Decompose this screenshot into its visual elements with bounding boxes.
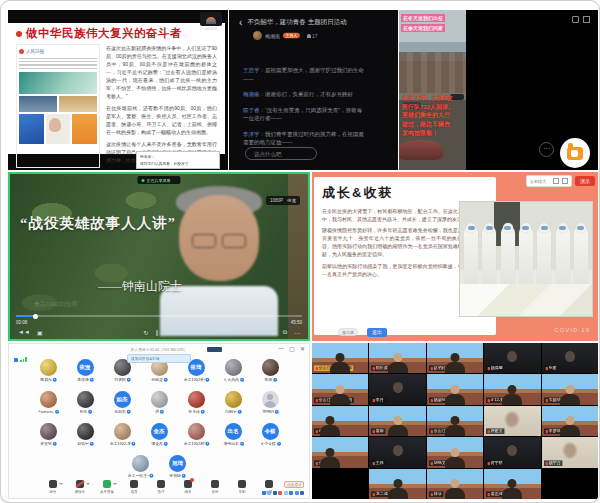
speed-label[interactable]: 倍速 — [287, 198, 296, 203]
toolbar-button[interactable]: 共享屏幕 — [97, 480, 117, 495]
back-icon[interactable]: ‹ — [239, 19, 242, 27]
message-popup-line: 请同学们认真观看，积极发言 — [140, 161, 197, 166]
participant[interactable]: 依漫 李依漫 — [69, 359, 102, 383]
toolbar-button[interactable]: 录制 — [232, 480, 252, 495]
participant[interactable]: 人大燕燕 — [217, 359, 250, 383]
street-video-frame[interactable]: 在冬天送我们出征在春天迎我们回家 今天下午，天津7支医疗队732人回津。英雄们乘… — [399, 10, 466, 170]
video-tile[interactable]: 郭松涛 — [369, 343, 425, 373]
view-mode-pill[interactable]: 旁观模式 — [526, 175, 572, 187]
participant[interactable]: 魏晨光 — [32, 359, 65, 383]
comment-input[interactable]: 说点什么吧 — [245, 147, 317, 160]
comment-author[interactable]: 王浩宇 — [243, 67, 260, 73]
video-tile[interactable]: 赵明轩 — [427, 343, 483, 373]
toolbar-button[interactable]: 聊天 — [178, 480, 198, 495]
pause-icon[interactable]: ∥ — [155, 329, 158, 336]
video-tile[interactable]: 佘山江刘琳-信号弱 — [312, 374, 368, 404]
participant[interactable]: 金杰 谭金杰 — [143, 423, 176, 447]
avatar — [188, 391, 205, 408]
toolbar-icon — [103, 480, 111, 488]
mic-icon — [276, 441, 280, 445]
participant[interactable]: 佘工1902谢雨欣 — [180, 423, 213, 447]
participant[interactable]: 宋亚轩 — [32, 423, 65, 447]
video-tile[interactable]: 佘欢 — [312, 437, 368, 467]
participant[interactable]: Farmers. — [32, 391, 65, 415]
close-button[interactable]: ✕ — [300, 345, 305, 352]
participant[interactable]: 闫航宇 — [217, 391, 250, 415]
video-tile[interactable]: 04-王艺彤 — [312, 406, 368, 436]
annotate-icon[interactable]: ✎ — [271, 329, 276, 336]
toolbar-button[interactable]: 设置 — [205, 480, 225, 495]
video-tile[interactable]: 霍磊 — [369, 406, 425, 436]
video-tile[interactable]: 张雅 — [542, 343, 598, 373]
maximize-button[interactable]: ▢ — [289, 345, 295, 352]
video-tile[interactable]: 李丹 — [369, 374, 425, 404]
participant[interactable]: 旭琦 张旭琦 — [161, 455, 194, 479]
participant[interactable]: 陈烨 — [254, 359, 287, 383]
participant[interactable]: 张乐迪 — [180, 391, 213, 415]
video-tile[interactable]: 杨晨曦 — [484, 343, 540, 373]
fullscreen-icon[interactable] — [583, 16, 590, 23]
video-tile[interactable]: 朱丽华 — [542, 374, 598, 404]
toolbar-button[interactable]: 成员 — [124, 480, 144, 495]
toolbar-button[interactable]: 管理 — [151, 480, 171, 495]
participant[interactable]: 如杰 佘如杰 — [106, 391, 139, 415]
comment-author[interactable]: 李泽宇 — [243, 131, 260, 137]
participant-name: 李依漫 — [77, 377, 89, 382]
toolbar-button[interactable]: 摄像头 — [70, 480, 90, 495]
print-icon[interactable] — [553, 178, 559, 184]
video-tile[interactable]: 杨紫怡 — [427, 374, 483, 404]
laser-pointer-button[interactable]: 激光笔 — [338, 328, 358, 336]
participant[interactable]: 甜 — [143, 391, 176, 415]
titlebar-widget[interactable] — [207, 347, 222, 352]
rewind-icon[interactable]: ◄◄ — [18, 329, 30, 336]
tile-name-label: 张雅 — [544, 366, 558, 372]
video-tile[interactable]: 王梓 — [369, 437, 425, 467]
participant[interactable]: 周明玥 — [254, 391, 287, 415]
participant[interactable]: 令横 大小令横 — [254, 423, 287, 447]
fullscreen-icon[interactable]: ⤢ — [165, 329, 170, 336]
video-tile[interactable] — [542, 469, 598, 499]
video-tile[interactable]: 佘山江1904刘力 — [427, 406, 483, 436]
comment-author[interactable]: 梅湘南 — [243, 91, 260, 97]
video-tile[interactable]: 龙二强 — [369, 469, 425, 499]
like-button[interactable] — [560, 138, 590, 168]
video-tile[interactable]: 4·12-刘明成 — [484, 374, 540, 404]
video-tile[interactable]: 李梦琪 — [542, 406, 598, 436]
video-tile[interactable]: 胡艳文 — [427, 437, 483, 467]
progress-bar[interactable] — [16, 315, 302, 317]
participant[interactable]: 吕彤 — [69, 391, 102, 415]
quality-label[interactable]: 1080P — [270, 198, 283, 203]
minimize-button[interactable]: — — [278, 345, 284, 352]
mic-icon — [200, 409, 204, 413]
video-tile[interactable]: 蒋宇祺 — [484, 437, 540, 467]
present-button[interactable]: 演示 — [575, 176, 595, 186]
more-button[interactable]: ⋯ — [539, 142, 554, 157]
presenter-webcam[interactable]: ●梅湘南 — [199, 12, 223, 32]
close-icon[interactable] — [562, 178, 568, 184]
snapshot-icon[interactable]: ⧉ — [283, 329, 287, 336]
participant[interactable]: 出名 湖南出名 — [217, 423, 250, 447]
participant[interactable]: 佘工1902-李晓曦 — [106, 423, 139, 447]
participant[interactable]: 佘工一班王一凡 — [124, 455, 157, 479]
quality-overlay[interactable]: 1080P 倍速 — [266, 196, 300, 205]
video-tile[interactable]: 林菲 — [427, 469, 483, 499]
more-icon[interactable]: ⋯ — [294, 329, 300, 336]
screen-share-pill: 正在共享屏幕 — [138, 176, 181, 184]
participant[interactable]: 赵铭宇 — [69, 423, 102, 447]
video-tile[interactable]: 霍志强 — [484, 469, 540, 499]
cast-icon[interactable] — [572, 16, 579, 23]
taskbar-icons[interactable] — [262, 491, 305, 495]
exit-button[interactable]: 退出 — [367, 328, 387, 337]
tile-name-label: 杨紫怡 — [429, 397, 447, 403]
video-tile[interactable] — [312, 469, 368, 499]
comment-author[interactable]: 陈子睿 — [243, 107, 260, 113]
screen-icon[interactable]: ▣ — [37, 329, 43, 336]
toolbar-button[interactable]: 静音 — [43, 480, 63, 495]
video-tile[interactable]: 杨宇含 — [542, 437, 598, 467]
participant-name: 赵铭宇 — [77, 441, 89, 446]
end-call-button[interactable]: 结束通话 — [284, 481, 304, 487]
avatar[interactable] — [253, 31, 262, 40]
video-tile[interactable]: 薛雅文 — [484, 406, 540, 436]
replay-icon[interactable]: ↻ — [143, 329, 148, 336]
video-tile[interactable]: 佘山江1904张晓强 — [312, 343, 368, 373]
